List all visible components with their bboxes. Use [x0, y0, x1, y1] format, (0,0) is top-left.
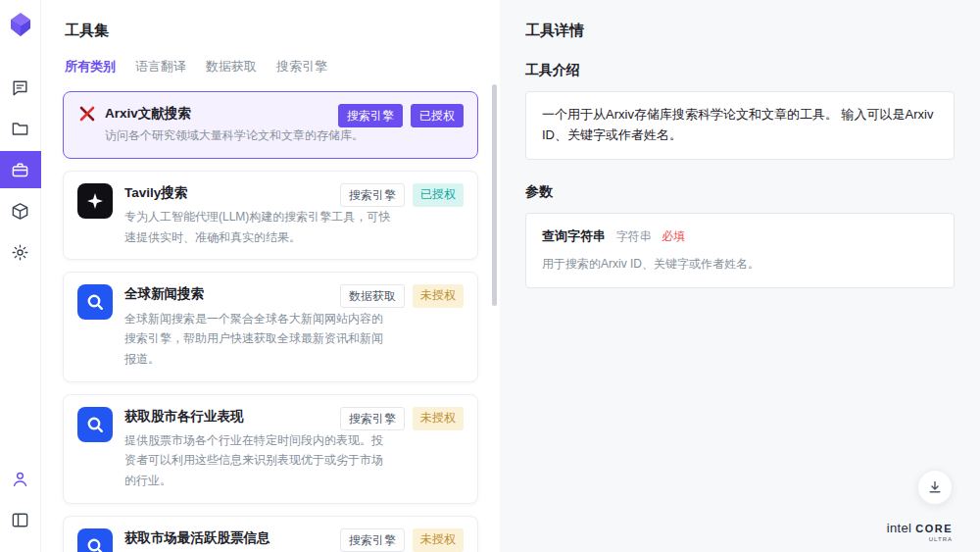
sidebar-item-collapse-panel[interactable]	[0, 501, 41, 538]
chat-icon	[11, 78, 29, 97]
intel-brand-text: intel	[887, 521, 911, 535]
param-type: 字符串	[616, 229, 652, 243]
intel-ultra-text: ULTRA	[929, 536, 953, 542]
gear-icon	[11, 243, 29, 262]
tool-card-global-news[interactable]: 全球新闻搜索 全球新闻搜索是一个聚合全球各大新闻网站内容的搜索引擎，帮助用户快速…	[63, 272, 478, 381]
tool-card-description: 访问各个研究领域大量科学论文和文章的存储库。	[105, 125, 371, 146]
user-icon	[11, 470, 29, 488]
news-search-icon	[85, 292, 105, 312]
tool-card-badges: 数据获取 未授权	[340, 284, 464, 308]
category-badge: 数据获取	[340, 284, 405, 308]
tab-data-fetch[interactable]: 数据获取	[206, 58, 257, 75]
status-badge: 已授权	[413, 183, 464, 207]
tool-tile	[77, 407, 113, 442]
params-heading: 参数	[525, 183, 955, 201]
intel-core-badge: intel CORE ULTRA	[887, 521, 953, 542]
param-description: 用于搜索的Arxiv ID、关键字或作者姓名。	[542, 255, 938, 274]
tool-card-tavily[interactable]: Tavily搜索 专为人工智能代理(LLM)构建的搜索引擎工具，可快速提供实时、…	[63, 171, 478, 261]
tab-language-translation[interactable]: 语言翻译	[135, 58, 186, 75]
param-header-row: 查询字符串 字符串 必填	[542, 226, 938, 247]
panel-layout-icon	[11, 511, 29, 529]
arxiv-x-icon	[77, 104, 97, 124]
tool-card-description: 全球新闻搜索是一个聚合全球各大新闻网站内容的搜索引擎，帮助用户快速获取全球最新资…	[124, 309, 391, 370]
sidebar-item-tools[interactable]	[0, 151, 41, 188]
status-badge: 未授权	[413, 528, 464, 552]
status-badge: 已授权	[411, 104, 464, 127]
app-window: 工具集 所有类别 语言翻译 数据获取 搜索引擎 Arxiv文献搜索 访	[0, 0, 980, 552]
folder-icon	[11, 120, 29, 138]
tool-card-description: 专为人工智能代理(LLM)构建的搜索引擎工具，可快速提供实时、准确和真实的结果。	[124, 207, 391, 247]
param-required-flag: 必填	[662, 229, 685, 243]
page-title: 工具集	[65, 22, 478, 40]
news-search-icon	[85, 536, 105, 552]
sidebar-item-files[interactable]	[0, 110, 41, 147]
status-badge: 未授权	[413, 284, 464, 308]
tool-card-badges: 搜索引擎 已授权	[338, 104, 464, 127]
tool-tile	[77, 183, 113, 219]
list-scrollbar-thumb[interactable]	[492, 84, 497, 306]
sidebar-item-account[interactable]	[0, 460, 41, 497]
download-icon	[927, 479, 943, 495]
detail-title: 工具详情	[525, 22, 955, 40]
tool-card-badges: 搜索引擎 未授权	[340, 407, 464, 430]
tool-card-sector-performance[interactable]: 获取股市各行业表现 提供股票市场各个行业在特定时间段内的表现。投资者可以利用这些…	[63, 394, 478, 504]
sidebar-item-settings[interactable]	[0, 233, 41, 271]
category-badge: 搜索引擎	[340, 407, 405, 430]
param-name: 查询字符串	[542, 228, 606, 243]
intel-core-text: CORE	[915, 523, 953, 534]
status-badge: 未授权	[413, 407, 464, 430]
left-rail	[0, 0, 41, 552]
intro-box: 一个用于从Arxiv存储库搜索科学论文和文章的工具。 输入可以是Arxiv ID…	[525, 91, 955, 160]
tool-tile	[77, 528, 113, 552]
category-badge: 搜索引擎	[338, 104, 403, 127]
app-logo-gem-icon	[9, 12, 32, 37]
briefcase-icon	[11, 161, 29, 179]
tool-card-badges: 搜索引擎 未授权	[340, 528, 464, 552]
tool-card-arxiv[interactable]: Arxiv文献搜索 访问各个研究领域大量科学论文和文章的存储库。 搜索引擎 已授…	[63, 91, 478, 159]
tool-tile	[77, 284, 113, 320]
sparkle-icon	[85, 191, 105, 211]
param-box: 查询字符串 字符串 必填 用于搜索的Arxiv ID、关键字或作者姓名。	[525, 213, 955, 288]
tool-detail-panel: 工具详情 工具介绍 一个用于从Arxiv存储库搜索科学论文和文章的工具。 输入可…	[500, 0, 980, 552]
tab-search-engine[interactable]: 搜索引擎	[276, 58, 327, 75]
download-button[interactable]	[917, 470, 953, 505]
tool-card-list: Arxiv文献搜索 访问各个研究领域大量科学论文和文章的存储库。 搜索引擎 已授…	[63, 91, 478, 552]
package-icon	[11, 202, 29, 221]
tool-card-most-active-stocks[interactable]: 获取市场最活跃股票信息 提供当天交易量最高的股票列表，投资者可以利用这些信息来识…	[63, 516, 478, 552]
category-badge: 搜索引擎	[340, 183, 405, 207]
intro-heading: 工具介绍	[525, 62, 955, 79]
rail-bottom-group	[0, 460, 41, 542]
tab-all-categories[interactable]: 所有类别	[65, 58, 116, 75]
tool-list-panel: 工具集 所有类别 语言翻译 数据获取 搜索引擎 Arxiv文献搜索 访	[41, 0, 500, 552]
tool-card-description: 提供股票市场各个行业在特定时间段内的表现。投资者可以利用这些信息来识别表现优于或…	[124, 430, 391, 491]
tool-card-badges: 搜索引擎 已授权	[340, 183, 464, 207]
category-tabs: 所有类别 语言翻译 数据获取 搜索引擎	[65, 58, 478, 75]
category-badge: 搜索引擎	[340, 528, 405, 552]
sidebar-item-packages[interactable]	[0, 192, 41, 229]
news-search-icon	[85, 415, 105, 434]
tool-card-title: Arxiv文献搜索	[105, 104, 191, 124]
sidebar-item-chat[interactable]	[0, 69, 41, 106]
